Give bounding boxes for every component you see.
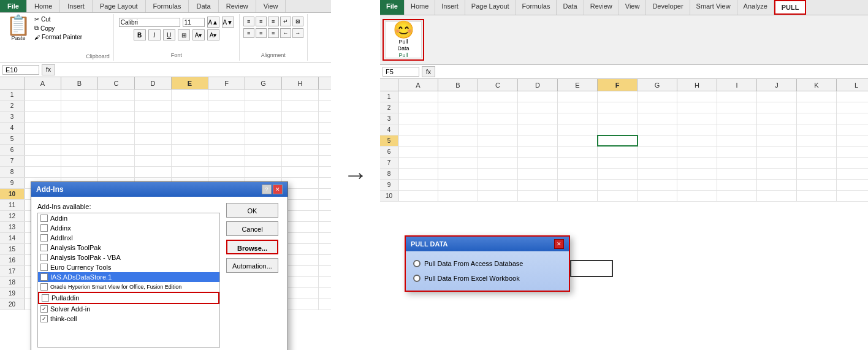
right-cell-E6[interactable]	[558, 146, 598, 157]
addin-checkbox-oracle[interactable]	[40, 283, 48, 291]
left-cell-B6[interactable]	[61, 145, 98, 155]
left-cell-H6[interactable]	[282, 145, 319, 155]
left-cell-C3[interactable]	[98, 112, 135, 122]
left-cell-E5[interactable]	[172, 134, 208, 144]
right-cell-D5[interactable]	[518, 135, 558, 146]
right-cell-K3[interactable]	[797, 113, 837, 124]
left-cell-D4[interactable]	[135, 123, 172, 133]
pull-close-btn[interactable]: ✕	[554, 239, 564, 249]
addin-item-atoolpak[interactable]: Analysis ToolPak	[38, 243, 219, 253]
right-cell-A7[interactable]	[398, 158, 438, 168]
right-cell-B4[interactable]	[438, 124, 478, 135]
browse-button[interactable]: Browse...	[226, 240, 278, 254]
right-cell-L5[interactable]	[837, 135, 868, 146]
right-cell-D1[interactable]	[518, 91, 558, 102]
right-cell-F8[interactable]	[598, 169, 638, 179]
left-cell-F7[interactable]	[208, 156, 245, 166]
right-cell-F9[interactable]	[598, 180, 638, 190]
right-col-F[interactable]: F	[598, 79, 638, 91]
right-cell-B6[interactable]	[438, 146, 478, 157]
radio-access-circle[interactable]	[413, 260, 421, 267]
left-cell-E4[interactable]	[172, 123, 208, 133]
right-cell-A3[interactable]	[398, 113, 438, 124]
left-cell-B3[interactable]	[61, 112, 98, 122]
right-cell-I5[interactable]	[717, 135, 757, 146]
cancel-button[interactable]: Cancel	[226, 221, 278, 236]
right-cell-I8[interactable]	[717, 169, 757, 179]
left-cell-F2[interactable]	[208, 101, 245, 111]
font-name-input[interactable]	[119, 18, 180, 27]
right-cell-H6[interactable]	[677, 146, 717, 157]
tab-home-left[interactable]: Home	[27, 0, 60, 12]
right-cell-E7[interactable]	[558, 158, 598, 168]
left-cell-G4[interactable]	[245, 123, 282, 133]
left-cell-G1[interactable]	[245, 89, 282, 100]
left-cell-G6[interactable]	[245, 145, 282, 155]
left-cell-G3[interactable]	[245, 112, 282, 122]
right-col-D[interactable]: D	[518, 79, 558, 91]
left-cell-F3[interactable]	[208, 112, 245, 122]
left-cell-H7[interactable]	[282, 156, 319, 166]
right-col-B[interactable]: B	[438, 79, 478, 91]
right-tab-home[interactable]: Home	[405, 0, 435, 15]
right-cell-I2[interactable]	[717, 102, 757, 113]
left-cell-C2[interactable]	[98, 101, 135, 111]
addin-checkbox-ias[interactable]	[40, 273, 48, 281]
left-cell-A7[interactable]	[25, 156, 61, 166]
left-cell-E3[interactable]	[172, 112, 208, 122]
right-cell-J8[interactable]	[757, 169, 797, 179]
left-col-C[interactable]: C	[98, 77, 135, 89]
font-decrease-btn[interactable]: A▼	[222, 17, 234, 28]
right-cell-J5[interactable]	[757, 135, 797, 146]
right-cell-C9[interactable]	[478, 180, 518, 190]
right-cell-C2[interactable]	[478, 102, 518, 113]
right-cell-C6[interactable]	[478, 146, 518, 157]
right-tab-pagelayout[interactable]: Page Layout	[465, 0, 516, 15]
right-cell-K7[interactable]	[797, 158, 837, 168]
right-cell-K8[interactable]	[797, 169, 837, 179]
left-cell-B7[interactable]	[61, 156, 98, 166]
underline-button[interactable]: U	[163, 29, 175, 40]
tab-insert-left[interactable]: Insert	[60, 0, 93, 12]
dialog-help-btn[interactable]: ?	[262, 185, 272, 194]
right-cell-C7[interactable]	[478, 158, 518, 168]
right-cell-I3[interactable]	[717, 113, 757, 124]
right-cell-A10[interactable]	[398, 191, 438, 201]
right-cell-L7[interactable]	[837, 158, 868, 168]
wrap-text-btn[interactable]: ↵	[280, 17, 291, 26]
left-cell-G5[interactable]	[245, 134, 282, 144]
right-cell-D3[interactable]	[518, 113, 558, 124]
tab-review-left[interactable]: Review	[219, 0, 256, 12]
right-cell-B8[interactable]	[438, 169, 478, 179]
addin-checkbox-atoolpak[interactable]	[40, 244, 48, 251]
right-cell-B3[interactable]	[438, 113, 478, 124]
left-cell-C4[interactable]	[98, 123, 135, 133]
right-cell-I10[interactable]	[717, 191, 757, 201]
left-cell-H3[interactable]	[282, 112, 319, 122]
right-cell-K5[interactable]	[797, 135, 837, 146]
left-cell-F5[interactable]	[208, 134, 245, 144]
left-cell-C8[interactable]	[98, 167, 135, 177]
right-tab-formulas[interactable]: Formulas	[516, 0, 557, 15]
right-cell-A8[interactable]	[398, 169, 438, 179]
right-cell-E4[interactable]	[558, 124, 598, 135]
right-cell-B5[interactable]	[438, 135, 478, 146]
right-col-H[interactable]: H	[677, 79, 717, 91]
right-tab-pull[interactable]: PULL	[774, 0, 807, 15]
right-tab-analyze[interactable]: Analyze	[737, 0, 774, 15]
left-cell-A6[interactable]	[25, 145, 61, 155]
left-col-A[interactable]: A	[25, 77, 61, 89]
align-center-btn[interactable]: ≡	[256, 28, 267, 38]
right-cell-D8[interactable]	[518, 169, 558, 179]
addin-checkbox-thinkcell[interactable]	[40, 315, 48, 322]
font-increase-btn[interactable]: A▲	[207, 17, 219, 28]
right-cell-L8[interactable]	[837, 169, 868, 179]
left-cell-H5[interactable]	[282, 134, 319, 144]
format-painter-action[interactable]: Format Painter	[33, 33, 83, 41]
left-cell-B8[interactable]	[61, 167, 98, 177]
left-cell-C7[interactable]	[98, 156, 135, 166]
right-cell-J10[interactable]	[757, 191, 797, 201]
left-cell-A4[interactable]	[25, 123, 61, 133]
right-cell-K10[interactable]	[797, 191, 837, 201]
addin-checkbox-euro[interactable]	[40, 264, 48, 271]
